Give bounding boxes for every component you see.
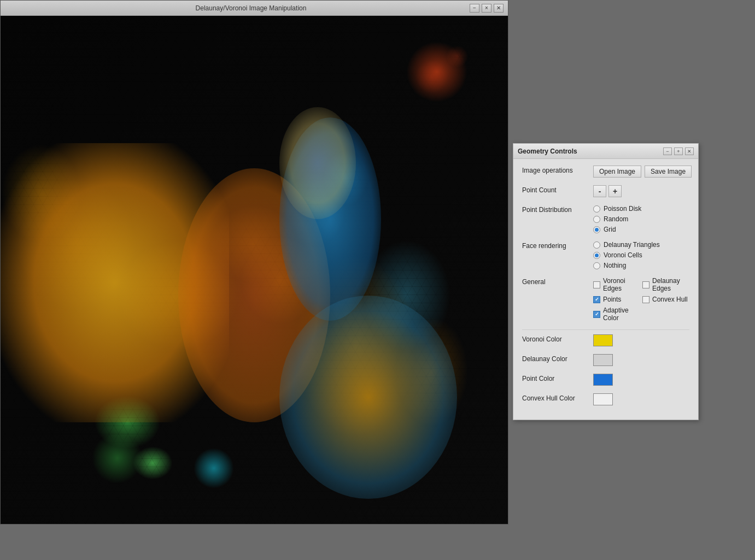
radio-nothing-label: Nothing (604, 262, 626, 269)
checkbox-voronoi-edges-label: Voronoi Edges (603, 277, 640, 292)
radio-grid-indicator (593, 226, 600, 233)
checkbox-points[interactable]: Points (593, 296, 640, 303)
radio-voronoi-cells-indicator (593, 252, 600, 259)
general-checkbox-grid: Voronoi Edges Delaunay Edges Points Conv… (593, 277, 689, 322)
face-rendering-row: Face rendering Delaunay Triangles Vorono… (522, 241, 689, 269)
panel-titlebar: Geometry Controls − + ✕ (513, 144, 698, 159)
open-image-button[interactable]: Open Image (593, 166, 641, 178)
parrot-image (1, 16, 508, 524)
checkbox-convex-hull-label: Convex Hull (652, 296, 688, 303)
radio-grid[interactable]: Grid (593, 226, 689, 233)
panel-window-controls: − + ✕ (663, 148, 694, 155)
image-operations-row: Image operations Open Image Save Image (522, 166, 689, 178)
point-color-swatch[interactable] (593, 374, 613, 386)
convex-hull-color-controls (593, 393, 689, 405)
voronoi-color-controls (593, 334, 689, 346)
delaunay-color-swatch[interactable] (593, 354, 613, 366)
checkbox-points-box (593, 296, 600, 303)
checkbox-delaunay-edges-box (642, 281, 649, 288)
panel-minimize-button[interactable]: − (663, 148, 672, 155)
panel-content: Image operations Open Image Save Image P… (513, 159, 698, 420)
radio-poisson-indicator (593, 205, 600, 213)
app-maximize-button[interactable]: × (482, 4, 491, 13)
point-distribution-row: Point Distribution Poisson Disk Random G… (522, 205, 689, 233)
general-controls: Voronoi Edges Delaunay Edges Points Conv… (593, 277, 689, 322)
radio-grid-label: Grid (604, 226, 616, 233)
point-count-row: Point Count - + (522, 185, 689, 197)
radio-nothing-indicator (593, 262, 600, 269)
convex-hull-color-label: Convex Hull Color (522, 393, 593, 402)
radio-voronoi-cells-label: Voronoi Cells (604, 251, 642, 259)
radio-delaunay-tri-indicator (593, 241, 600, 249)
app-close-button[interactable]: ✕ (494, 4, 504, 13)
image-operations-controls: Open Image Save Image (593, 166, 692, 178)
convex-hull-color-swatch[interactable] (593, 393, 613, 405)
image-buttons: Open Image Save Image (593, 166, 692, 178)
radio-random[interactable]: Random (593, 215, 689, 223)
radio-voronoi-cells[interactable]: Voronoi Cells (593, 251, 689, 259)
delaunay-color-controls (593, 354, 689, 366)
point-count-minus-button[interactable]: - (593, 185, 606, 197)
green-region (92, 433, 143, 484)
head-region (279, 107, 355, 219)
checkbox-adaptive-color-box (593, 311, 600, 318)
checkbox-delaunay-edges-label: Delaunay Edges (652, 277, 689, 292)
checkbox-voronoi-edges-box (593, 281, 600, 288)
checkbox-convex-hull-box (642, 296, 649, 303)
app-titlebar: Delaunay/Voronoi Image Manipulation − × … (1, 1, 508, 16)
geometry-controls-panel: Geometry Controls − + ✕ Image operations… (513, 143, 699, 420)
radio-random-indicator (593, 216, 600, 223)
delaunay-color-label: Delaunay Color (522, 354, 593, 363)
divider-1 (522, 329, 689, 330)
face-rendering-radio-group: Delaunay Triangles Voronoi Cells Nothing (593, 241, 689, 269)
radio-poisson-disk[interactable]: Poisson Disk (593, 205, 689, 213)
general-row: General Voronoi Edges Delaunay Edges (522, 277, 689, 322)
point-color-controls (593, 374, 689, 386)
app-minimize-button[interactable]: − (470, 4, 479, 13)
voronoi-color-swatch[interactable] (593, 334, 613, 346)
radio-nothing[interactable]: Nothing (593, 262, 689, 269)
radio-poisson-label: Poisson Disk (604, 205, 641, 213)
checkbox-adaptive-color-label: Adaptive Color (603, 306, 640, 322)
checkbox-convex-hull[interactable]: Convex Hull (642, 296, 689, 303)
spark-region (406, 42, 467, 103)
checkbox-delaunay-edges[interactable]: Delaunay Edges (642, 277, 689, 292)
radio-delaunay-tri-label: Delaunay Triangles (604, 241, 660, 249)
point-count-stepper: - + (593, 185, 689, 197)
point-color-row: Point Color (522, 374, 689, 386)
convex-hull-color-row: Convex Hull Color (522, 393, 689, 405)
voronoi-color-row: Voronoi Color (522, 334, 689, 346)
app-title: Delaunay/Voronoi Image Manipulation (32, 4, 470, 12)
general-label: General (522, 277, 593, 286)
point-count-controls: - + (593, 185, 689, 197)
panel-close-button[interactable]: ✕ (685, 148, 694, 155)
lower-body-region (279, 296, 457, 499)
image-operations-label: Image operations (522, 166, 593, 174)
face-rendering-label: Face rendering (522, 241, 593, 250)
panel-maximize-button[interactable]: + (674, 148, 683, 155)
point-count-plus-button[interactable]: + (608, 185, 622, 197)
voronoi-color-label: Voronoi Color (522, 334, 593, 343)
radio-delaunay-triangles[interactable]: Delaunay Triangles (593, 241, 689, 249)
app-window-controls: − × ✕ (470, 4, 504, 13)
point-color-label: Point Color (522, 374, 593, 382)
delaunay-color-row: Delaunay Color (522, 354, 689, 366)
image-canvas (1, 16, 508, 524)
checkbox-adaptive-color[interactable]: Adaptive Color (593, 306, 640, 322)
checkbox-voronoi-edges[interactable]: Voronoi Edges (593, 277, 640, 292)
point-distribution-radio-group: Poisson Disk Random Grid (593, 205, 689, 233)
face-rendering-controls: Delaunay Triangles Voronoi Cells Nothing (593, 241, 689, 269)
panel-title: Geometry Controls (518, 148, 577, 155)
point-distribution-label: Point Distribution (522, 205, 593, 214)
main-window: Delaunay/Voronoi Image Manipulation − × … (0, 0, 508, 524)
point-count-label: Point Count (522, 185, 593, 194)
teal-region (194, 448, 234, 488)
point-distribution-controls: Poisson Disk Random Grid (593, 205, 689, 233)
radio-random-label: Random (604, 215, 628, 223)
checkbox-points-label: Points (603, 296, 621, 303)
save-image-button[interactable]: Save Image (645, 166, 692, 178)
